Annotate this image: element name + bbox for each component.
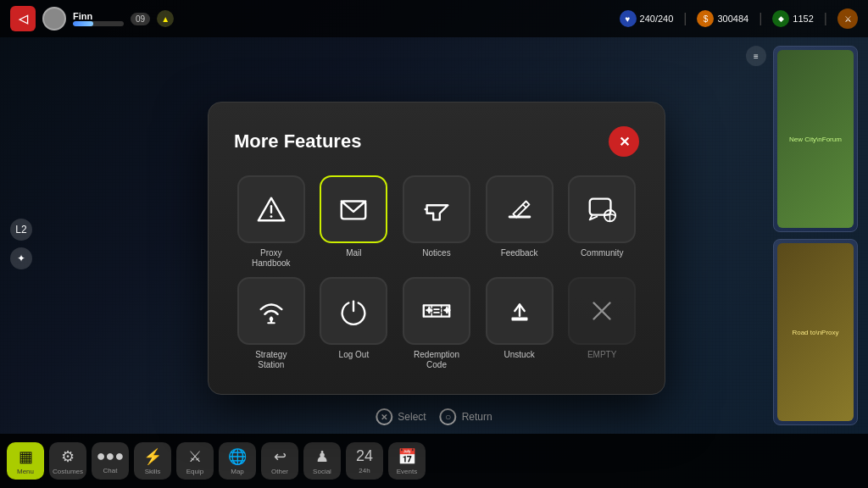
settings-small-icon: ≡ bbox=[746, 46, 766, 66]
community-svg bbox=[586, 193, 618, 225]
features-grid: ProxyHandbook Mail Notices bbox=[234, 175, 639, 370]
xp-bar bbox=[73, 21, 124, 26]
logo-icon: ◁ bbox=[10, 6, 36, 31]
empty-label: EMPTY bbox=[587, 350, 616, 360]
feature-unstuck[interactable]: Unstuck bbox=[482, 277, 557, 370]
proxy-handbook-svg bbox=[255, 193, 287, 225]
mail-icon-box bbox=[320, 175, 387, 243]
feedback-label: Feedback bbox=[501, 248, 538, 258]
costumes-icon: ⚙ bbox=[61, 447, 75, 466]
svg-text:✦: ✦ bbox=[444, 307, 450, 314]
bottom-costumes-btn[interactable]: ⚙ Costumes bbox=[49, 442, 86, 480]
dpad-icon[interactable]: ✦ bbox=[10, 247, 32, 269]
arrow-up[interactable]: L2 bbox=[10, 219, 32, 241]
strategy-station-icon-box bbox=[237, 277, 305, 345]
left-arrows: L2 ✦ bbox=[10, 219, 32, 269]
svg-rect-5 bbox=[508, 216, 531, 219]
feature-strategy-station[interactable]: StrategyStation bbox=[234, 277, 309, 370]
feature-redemption-code[interactable]: ✦ ✦ RedemptionCode bbox=[399, 277, 474, 370]
empty-svg bbox=[586, 295, 618, 327]
bottom-equip-btn[interactable]: ⚔ Equip bbox=[176, 442, 214, 480]
community-label: Community bbox=[581, 248, 624, 258]
log-out-label: Log Out bbox=[339, 350, 370, 360]
bottombar: ▦ Menu ⚙ Costumes ●●● Chat ⚡ Skills ⚔ Eq… bbox=[0, 434, 868, 488]
redemption-svg: ✦ ✦ bbox=[420, 295, 453, 327]
other-label: Other bbox=[271, 468, 288, 475]
proxy-handbook-label: ProxyHandbook bbox=[252, 248, 291, 269]
svg-rect-16 bbox=[511, 318, 527, 321]
stat-gems: ◆ 1152 bbox=[772, 10, 813, 27]
level-badge: 09 bbox=[131, 13, 150, 25]
select-control: ✕ Select bbox=[376, 408, 426, 425]
more-features-modal: More Features ✕ ProxyHandbook bbox=[208, 102, 665, 395]
bottom-events-btn[interactable]: 📅 Events bbox=[388, 442, 426, 480]
skills-label: Skills bbox=[145, 468, 161, 475]
feature-notices[interactable]: Notices bbox=[399, 175, 474, 269]
equip-icon: ⚔ bbox=[188, 447, 202, 466]
stat-gold: $ 300484 bbox=[697, 10, 748, 27]
svg-rect-7 bbox=[590, 199, 611, 215]
bottom-menu-btn[interactable]: ▦ Menu bbox=[7, 442, 44, 480]
alert-icon: ▲ bbox=[157, 10, 174, 27]
map-label: Map bbox=[231, 468, 244, 475]
costumes-label: Costumes bbox=[53, 468, 83, 475]
top-right-btn: ≡ bbox=[746, 46, 766, 66]
bottom-time-btn[interactable]: 24 24h bbox=[346, 442, 383, 480]
menu-grid-icon: ▦ bbox=[19, 447, 33, 466]
notices-label: Notices bbox=[422, 248, 450, 258]
bottom-skills-btn[interactable]: ⚡ Skills bbox=[134, 442, 171, 480]
hearts-icon: ♥ bbox=[620, 10, 637, 27]
redemption-code-label: RedemptionCode bbox=[414, 350, 459, 370]
feature-empty[interactable]: EMPTY bbox=[565, 277, 639, 370]
community-icon-box bbox=[568, 175, 636, 243]
feature-community[interactable]: Community bbox=[565, 175, 639, 269]
skills-icon: ⚡ bbox=[143, 447, 162, 466]
side-panel-right: New City\nForum Road to\nProxy bbox=[773, 46, 858, 425]
feature-feedback[interactable]: Feedback bbox=[482, 175, 557, 269]
svg-text:✦: ✦ bbox=[426, 307, 432, 314]
log-out-icon-box bbox=[320, 277, 387, 345]
o-button: ○ bbox=[440, 408, 457, 425]
bottom-other-btn[interactable]: ↩ Other bbox=[261, 442, 298, 480]
svg-point-2 bbox=[270, 215, 272, 218]
topbar: ◁ Finn 09 ▲ ♥ 240/240 | $ 300484 | ◆ 115… bbox=[0, 0, 868, 37]
modal-title: More Features bbox=[234, 130, 361, 152]
unstuck-icon-box bbox=[486, 277, 554, 345]
equip-label: Equip bbox=[186, 468, 203, 475]
empty-icon-box bbox=[568, 277, 636, 345]
notices-icon-box bbox=[403, 175, 470, 243]
proxy-handbook-icon-box bbox=[237, 175, 305, 243]
social-icon: ♟ bbox=[315, 447, 329, 466]
events-label: Events bbox=[397, 468, 417, 475]
modal-header: More Features ✕ bbox=[234, 126, 639, 157]
feedback-icon-box bbox=[486, 175, 554, 243]
bottom-map-btn[interactable]: 🌐 Map bbox=[219, 442, 256, 480]
username: Finn bbox=[73, 11, 124, 21]
side-card-1: New City\nForum bbox=[773, 46, 858, 232]
map-icon: 🌐 bbox=[228, 447, 247, 466]
unstuck-svg bbox=[504, 295, 536, 327]
chat-label: Chat bbox=[103, 467, 118, 474]
gems-icon: ◆ bbox=[772, 10, 789, 27]
feature-proxy-handbook[interactable]: ProxyHandbook bbox=[234, 175, 309, 269]
events-icon: 📅 bbox=[398, 447, 416, 466]
battle-icon: ⚔ bbox=[837, 8, 858, 29]
notices-svg bbox=[420, 193, 453, 225]
time-label: 24h bbox=[359, 467, 370, 474]
avatar bbox=[42, 7, 66, 30]
social-label: Social bbox=[313, 468, 331, 475]
svg-line-6 bbox=[522, 204, 526, 208]
time-icon: 24 bbox=[356, 447, 373, 465]
redemption-code-icon-box: ✦ ✦ bbox=[403, 277, 470, 345]
close-button[interactable]: ✕ bbox=[609, 126, 639, 157]
unstuck-label: Unstuck bbox=[504, 350, 535, 360]
feature-log-out[interactable]: Log Out bbox=[317, 277, 392, 370]
bottom-social-btn[interactable]: ♟ Social bbox=[303, 442, 341, 480]
feedback-svg bbox=[504, 193, 536, 225]
side-card-2: Road to\nProxy bbox=[773, 239, 858, 425]
mail-svg bbox=[337, 193, 370, 225]
feature-mail[interactable]: Mail bbox=[317, 175, 392, 269]
xp-fill bbox=[73, 21, 93, 26]
bottom-chat-btn[interactable]: ●●● Chat bbox=[92, 442, 129, 480]
controls-hint: ✕ Select ○ Return bbox=[376, 408, 492, 425]
